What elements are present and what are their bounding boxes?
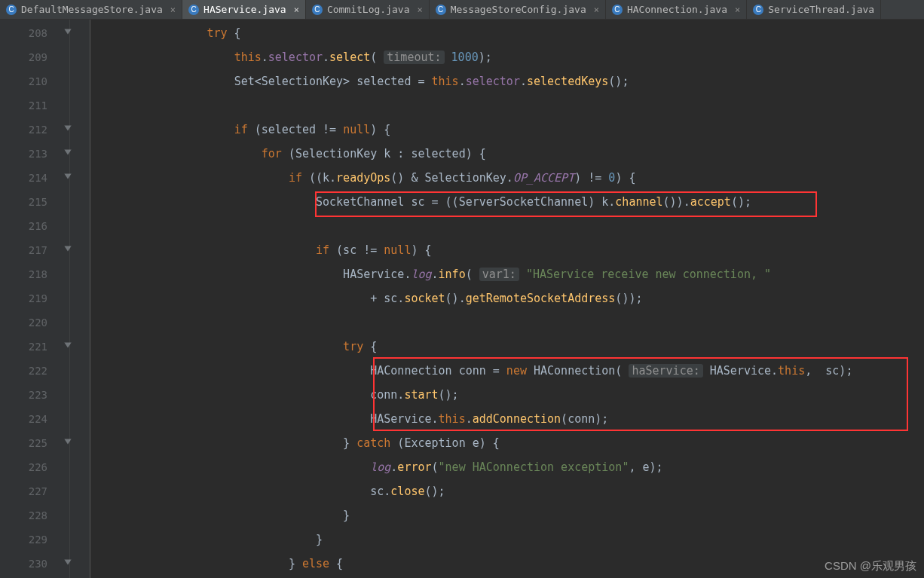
code-line: if ((k.readyOps() & SelectionKey.OP_ACCE… — [90, 166, 924, 190]
fold-toggle-icon[interactable] — [63, 26, 76, 40]
line-number: 229 — [0, 528, 57, 552]
editor-tabs: C DefaultMessageStore.java × C HAService… — [0, 0, 924, 20]
code-line: Set<SelectionKey> selected = this.select… — [90, 69, 924, 93]
line-number: 216 — [0, 214, 57, 238]
fold-toggle-icon[interactable] — [63, 171, 76, 185]
fold-toggle-icon[interactable] — [63, 243, 76, 257]
line-number: 212 — [0, 118, 57, 142]
line-number: 227 — [0, 479, 57, 503]
tab-default-message-store[interactable]: C DefaultMessageStore.java × — [0, 0, 182, 19]
tab-label: HAConnection.java — [627, 4, 727, 15]
code-line: conn.start(); — [90, 383, 924, 407]
line-number: 213 — [0, 142, 57, 166]
line-number-gutter: 2082092102112122132142152162172182192202… — [0, 20, 57, 578]
tab-commit-log[interactable]: C CommitLog.java × — [306, 0, 430, 19]
java-class-icon: C — [6, 5, 17, 15]
line-number: 208 — [0, 21, 57, 45]
fold-toggle-icon[interactable] — [63, 436, 76, 450]
code-line: HAService.this.addConnection(conn); — [90, 407, 924, 431]
code-line: sc.close(); — [90, 479, 924, 503]
close-icon[interactable]: × — [291, 5, 299, 15]
line-number: 211 — [0, 93, 57, 118]
tab-message-store-config[interactable]: C MessageStoreConfig.java × — [430, 0, 606, 19]
code-line: if (selected != null) { — [90, 118, 924, 142]
code-line: try { — [90, 21, 924, 45]
java-class-icon: C — [188, 5, 199, 15]
code-line: try { — [90, 335, 924, 359]
code-line: + sc.socket().getRemoteSocketAddress()); — [90, 286, 924, 310]
code-line — [90, 310, 924, 335]
java-class-icon: C — [436, 5, 446, 15]
code-line: log.error("new HAConnection exception", … — [90, 455, 924, 479]
fold-toggle-icon[interactable] — [63, 340, 76, 353]
line-number: 228 — [0, 503, 57, 528]
line-number: 215 — [0, 190, 57, 214]
line-number: 223 — [0, 383, 57, 407]
tab-label: CommitLog.java — [327, 4, 410, 15]
close-icon[interactable]: × — [591, 5, 599, 15]
code-line: HAConnection conn = new HAConnection( ha… — [90, 359, 924, 383]
line-number: 225 — [0, 431, 57, 455]
fold-toggle-icon[interactable] — [63, 123, 76, 136]
close-icon[interactable]: × — [414, 5, 422, 15]
code-line: this.selector.select( timeout: 1000); — [90, 45, 924, 69]
tab-ha-connection[interactable]: C HAConnection.java × — [606, 0, 747, 19]
tab-label: MessageStoreConfig.java — [451, 4, 586, 15]
code-line: for (SelectionKey k : selected) { — [90, 142, 924, 166]
code-line — [90, 214, 924, 238]
java-class-icon: C — [612, 5, 623, 15]
code-editor[interactable]: 2082092102112122132142152162172182192202… — [0, 20, 924, 578]
code-line: } — [90, 528, 924, 552]
line-number: 226 — [0, 455, 57, 479]
line-number: 214 — [0, 166, 57, 190]
code-area[interactable]: try { this.selector.select( timeout: 100… — [90, 20, 924, 578]
code-line: HAService.log.info( var1: "HAService rec… — [90, 262, 924, 286]
line-number: 217 — [0, 238, 57, 262]
line-number: 222 — [0, 359, 57, 383]
code-line — [90, 93, 924, 118]
close-icon[interactable]: × — [732, 5, 740, 15]
code-line: SocketChannel sc = ((ServerSocketChannel… — [90, 190, 924, 214]
fold-toggle-icon[interactable] — [63, 147, 76, 161]
fold-toggle-icon[interactable] — [63, 557, 76, 570]
line-number: 209 — [0, 45, 57, 69]
line-number: 221 — [0, 335, 57, 359]
code-line: } else { — [90, 552, 924, 576]
close-icon[interactable]: × — [167, 5, 176, 15]
java-class-icon: C — [312, 5, 323, 15]
java-class-icon: C — [753, 5, 763, 15]
line-number: 210 — [0, 69, 57, 93]
code-line: } catch (Exception e) { — [90, 431, 924, 455]
line-number: 224 — [0, 407, 57, 431]
tab-label: HAService.java — [203, 4, 286, 15]
fold-gutter — [57, 20, 90, 578]
code-line: } — [90, 503, 924, 528]
line-number: 218 — [0, 262, 57, 286]
tab-service-thread[interactable]: C ServiceThread.java — [747, 0, 881, 19]
tab-label: ServiceThread.java — [768, 4, 874, 15]
line-number: 219 — [0, 286, 57, 310]
line-number: 220 — [0, 310, 57, 335]
code-line: if (sc != null) { — [90, 238, 924, 262]
tab-ha-service[interactable]: C HAService.java × — [182, 0, 306, 19]
line-number: 230 — [0, 552, 57, 576]
watermark: CSDN @乐观男孩 — [825, 559, 916, 573]
tab-label: DefaultMessageStore.java — [21, 4, 163, 15]
